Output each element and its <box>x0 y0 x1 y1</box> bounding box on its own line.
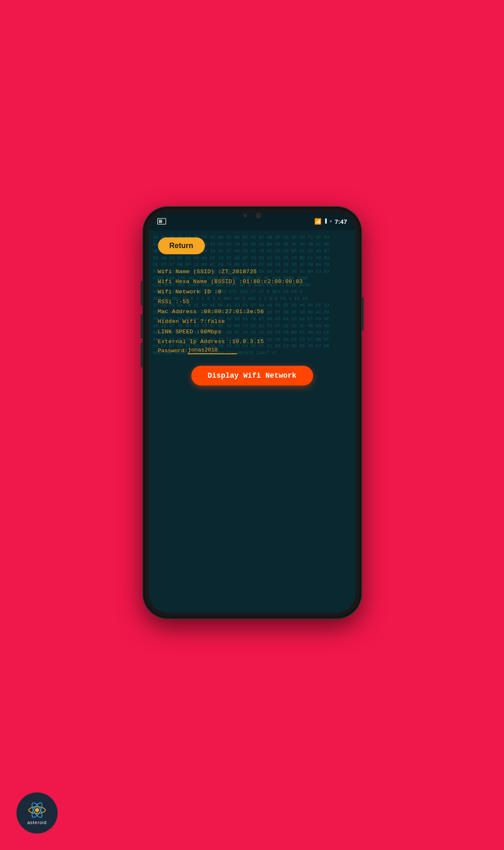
battery-icon: ⚡ <box>329 218 332 225</box>
svg-point-0 <box>35 808 39 812</box>
wifi-mac-line: Mac Address :08:00:27:01:3e:56 <box>158 307 346 317</box>
wifi-network-id-line: Wifi Network ID :0 <box>158 287 346 297</box>
notification-icon <box>157 218 166 225</box>
camera-area <box>243 213 261 218</box>
wifi-password-line: Password: <box>158 347 346 354</box>
password-label: Password: <box>158 348 188 354</box>
asteroid-logo: asteroid <box>16 792 58 834</box>
wifi-rssi-line: RSSi :-55 <box>158 297 346 307</box>
status-bar-left <box>157 218 166 225</box>
asteroid-label: asteroid <box>27 820 46 825</box>
phone-device: 📶 ▐ ⚡ 7:47 3A 88 7B 2D 64 9E FF 01 80 C2… <box>143 207 361 618</box>
status-time: 7:47 <box>334 218 347 225</box>
wifi-external-ip-line: External Ip Address :10.0.3.15 <box>158 337 346 347</box>
wifi-ssid-line: Wifi Name (SSID) :ZT_2018725 <box>158 267 346 277</box>
asteroid-atom-icon <box>28 801 46 819</box>
screen-content: 3A 88 7B 2D 64 9E FF 01 80 C2 00 03 45 6… <box>149 230 355 613</box>
return-button[interactable]: Return <box>158 237 205 254</box>
display-wifi-button[interactable]: Display Wifi Network <box>191 366 313 386</box>
signal-icon: ▐ <box>324 218 327 224</box>
wifi-link-speed-line: LINK SPEED :60Mbps <box>158 327 346 337</box>
wifi-hidden-line: Hidden Wifi ?:false <box>158 317 346 327</box>
status-bar-right: 📶 ▐ ⚡ 7:47 <box>314 218 347 225</box>
password-input[interactable] <box>188 347 237 354</box>
wifi-status-icon: 📶 <box>314 218 321 225</box>
wifi-bssid-line: Wifi Hexa Name (BSSID) :01:80:c2:00:00:0… <box>158 277 346 287</box>
camera-dot <box>243 214 247 218</box>
speaker <box>255 213 261 218</box>
wifi-info-panel: Wifi Name (SSID) :ZT_2018725 Wifi Hexa N… <box>149 263 355 358</box>
